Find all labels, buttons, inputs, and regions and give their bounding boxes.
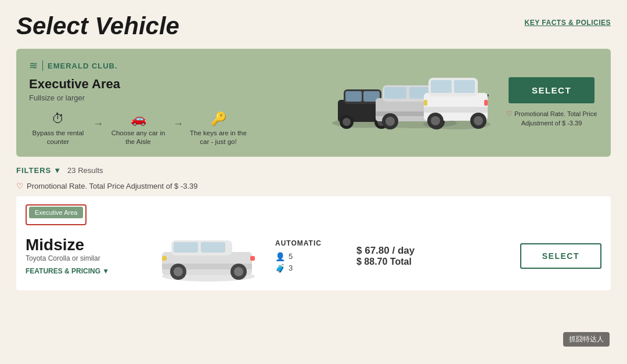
timer-icon: ⏱ [52,111,64,127]
step1-text: Bypass the rental counter [29,129,87,146]
svg-rect-22 [431,80,452,93]
emerald-promo-note: ♡ Promotional Rate. Total Price Adjustme… [505,109,598,128]
promo-row-text: Promotional Rate. Total Price Adjustment… [27,182,198,190]
vehicle-price-per-day: $ 67.80 / day [356,245,449,257]
page-header: Select Vehicle KEY FACTS & POLICIES [16,14,611,38]
vehicle-image-area [142,230,275,282]
svg-rect-30 [484,100,488,106]
emerald-icon: ≋ [29,59,38,72]
svg-rect-42 [250,256,255,261]
vehicle-card-inner: Midsize Toyota Corolla or similar FEATUR… [26,230,601,282]
page-title: Select Vehicle [16,14,179,38]
vehicle-price: $ 67.80 / day $ 88.70 Total [356,245,449,267]
emerald-select-area: SELECT ♡ Promotional Rate. Total Price A… [505,77,598,128]
features-pricing-link[interactable]: FEATURES & PRICING ▼ [26,267,142,275]
filters-chevron-icon: ▼ [53,166,62,175]
svg-rect-29 [424,100,427,106]
bags-row: 🧳 3 [275,264,356,273]
vehicle-price-total: $ 88.70 Total [356,257,449,267]
key-facts-link[interactable]: KEY FACTS & POLICIES [525,19,611,27]
emerald-select-button[interactable]: SELECT [509,77,594,103]
bags-icon: 🧳 [275,264,285,273]
emerald-banner: ≋ EMERALD CLUB. Executive Area Fullsize … [16,49,611,157]
seats-icon: 👤 [275,252,285,261]
exec-area-badge: Executive Area [29,207,83,218]
svg-rect-12 [384,87,406,99]
svg-rect-23 [454,80,475,93]
vehicle-name: Midsize [26,236,142,254]
vehicle-image [150,230,266,282]
step2-text: Choose any car in the Aisle [109,129,167,146]
promo-heart-icon: ♡ [16,182,23,190]
step-choose: 🚗 Choose any car in the Aisle [109,111,167,146]
features-label: FEATURES & PRICING [26,267,100,275]
svg-rect-35 [201,242,225,253]
watermark: 抓囧特达人 [563,332,610,347]
step-bypass: ⏱ Bypass the rental counter [29,111,87,146]
cars-illustration [329,53,498,135]
svg-point-16 [385,117,395,126]
vehicle-specs: AUTOMATIC 👤 5 🧳 3 [275,239,356,273]
promo-row: ♡ Promotional Rate. Total Price Adjustme… [16,182,611,190]
svg-rect-3 [345,91,362,102]
vehicle-select-button[interactable]: SELECT [520,243,601,269]
filters-results: 23 Results [67,166,103,175]
svg-rect-41 [162,256,167,261]
key-icon: 🔑 [211,111,226,127]
vehicle-info: Midsize Toyota Corolla or similar FEATUR… [26,236,142,275]
car-front-icon: 🚗 [131,111,146,127]
arrow-1: → [93,118,103,139]
badge-outline-box: Executive Area [26,204,87,225]
vehicle-select-area: SELECT [449,243,601,269]
transmission-label: AUTOMATIC [275,239,356,247]
arrow-2: → [173,118,183,139]
promo-note-icon: ♡ [506,110,514,118]
seats-row: 👤 5 [275,252,356,261]
step3-text: The keys are in the car - just go! [189,129,247,146]
svg-rect-24 [424,107,488,113]
emerald-club-text: EMERALD CLUB. [48,62,118,70]
features-chevron-icon: ▼ [102,267,109,275]
emerald-divider [42,60,43,71]
seats-value: 5 [289,252,293,261]
svg-point-6 [343,118,351,126]
svg-point-38 [174,267,183,276]
filters-bar: FILTERS ▼ 23 Results [16,166,611,175]
svg-point-28 [474,116,483,125]
vehicle-model: Toyota Corolla or similar [26,254,142,262]
vehicle-card: Executive Area Midsize Toyota Corolla or… [16,196,611,290]
bags-value: 3 [289,264,293,272]
svg-rect-34 [174,242,198,253]
step-keys: 🔑 The keys are in the car - just go! [189,111,247,146]
promo-note-text: Promotional Rate. Total Price Adjustment… [514,110,597,127]
filters-label: FILTERS [16,166,51,175]
svg-point-26 [431,116,440,125]
filters-button[interactable]: FILTERS ▼ [16,166,62,175]
svg-point-40 [234,267,243,276]
